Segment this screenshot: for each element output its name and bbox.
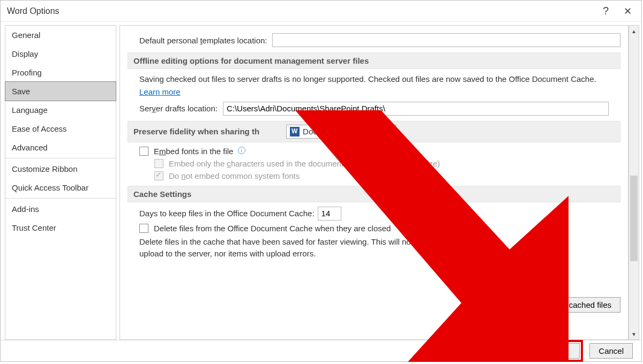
vertical-scrollbar[interactable]: ▲ ▼ xyxy=(629,25,639,340)
info-icon[interactable]: i xyxy=(238,147,245,154)
embed-chars-label: Embed only the characters used in the do… xyxy=(169,159,440,168)
section-offline-editing: Offline editing options for document man… xyxy=(128,52,620,69)
cancel-button[interactable]: Cancel xyxy=(589,343,633,359)
sidebar-item-advanced[interactable]: Advanced xyxy=(5,138,116,157)
cache-note: Delete files in the cache that have been… xyxy=(139,236,514,260)
word-icon xyxy=(290,127,300,136)
scroll-down-icon[interactable]: ▼ xyxy=(629,329,639,339)
sidebar-item-display[interactable]: Display xyxy=(5,44,116,63)
scroll-thumb[interactable] xyxy=(630,176,638,261)
sidebar-item-quick-access-toolbar[interactable]: Quick Access Toolbar xyxy=(5,178,116,197)
scroll-up-icon[interactable]: ▲ xyxy=(629,26,639,36)
options-content: Default personal templates location: Off… xyxy=(119,25,629,340)
sidebar-item-save[interactable]: Save xyxy=(5,81,116,101)
word-options-dialog: Word Options ? ✕ General Display Proofin… xyxy=(0,0,642,362)
category-sidebar: General Display Proofing Save Language E… xyxy=(5,25,116,340)
dialog-title: Word Options xyxy=(7,6,59,16)
server-drafts-input[interactable] xyxy=(223,102,609,116)
cache-days-label: Days to keep files in the Office Documen… xyxy=(139,209,315,218)
close-icon[interactable]: ✕ xyxy=(618,5,637,17)
sidebar-item-language[interactable]: Language xyxy=(5,101,116,119)
offline-note: Saving checked out files to server draft… xyxy=(139,73,620,85)
ok-button[interactable]: OK xyxy=(540,343,580,359)
sidebar-item-trust-center[interactable]: Trust Center xyxy=(5,218,116,237)
dialog-footer: OK Cancel xyxy=(1,340,641,361)
cache-delete-close-checkbox[interactable] xyxy=(139,224,148,233)
embed-chars-checkbox xyxy=(154,159,163,168)
delete-cached-files-button[interactable]: Delete cached files xyxy=(534,297,620,313)
sidebar-item-customize-ribbon[interactable]: Customize Ribbon xyxy=(5,160,116,178)
help-icon[interactable]: ? xyxy=(593,5,618,17)
embed-common-label: Do not embed common system fonts xyxy=(169,171,300,180)
sidebar-item-ease-of-access[interactable]: Ease of Access xyxy=(5,119,116,138)
sidebar-item-proofing[interactable]: Proofing xyxy=(5,63,116,82)
cache-days-input[interactable] xyxy=(318,207,341,221)
fidelity-document-label: Document1 xyxy=(303,127,344,136)
cache-delete-close-label: Delete files from the Office Document Ca… xyxy=(154,224,391,233)
section-cache-settings: Cache Settings xyxy=(128,186,620,202)
templates-label: Default personal templates location: xyxy=(139,36,267,45)
section-preserve-fidelity: Preserve fidelity when sharing th Docume… xyxy=(128,121,620,142)
fidelity-document-combo[interactable]: Document1 ▼ xyxy=(286,125,396,139)
learn-more-link[interactable]: Learn more xyxy=(139,87,181,96)
chevron-down-icon: ▼ xyxy=(387,128,392,134)
sidebar-item-general[interactable]: General xyxy=(5,26,116,44)
sidebar-item-add-ins[interactable]: Add-ins xyxy=(5,200,116,218)
titlebar: Word Options ? ✕ xyxy=(1,1,641,22)
embed-fonts-label: Embed fonts in the file i xyxy=(154,147,245,156)
embed-common-checkbox xyxy=(154,171,163,180)
server-drafts-label: Server drafts location: xyxy=(139,104,218,113)
embed-fonts-checkbox[interactable] xyxy=(139,147,148,156)
ok-highlight-annotation: OK xyxy=(536,340,584,362)
templates-location-input[interactable] xyxy=(272,33,620,47)
